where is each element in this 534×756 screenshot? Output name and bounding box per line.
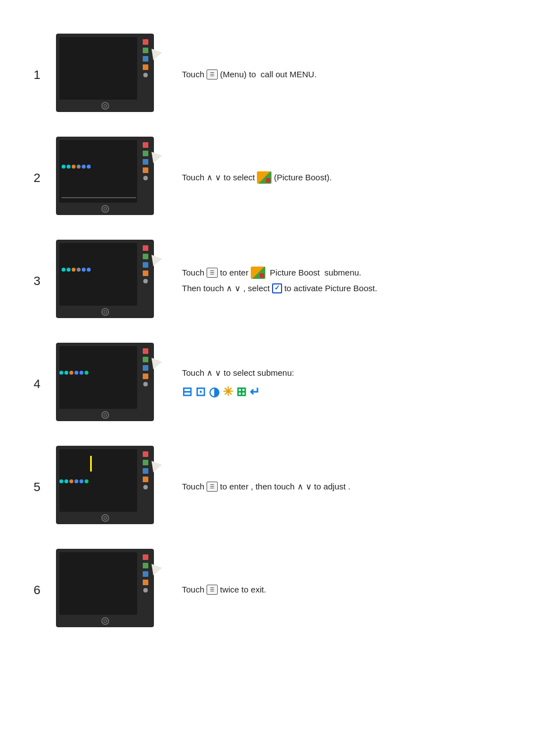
sub-icon-1: ⊟	[182, 382, 192, 402]
check-icon-3: ✓	[272, 283, 282, 293]
step-5-desc: Touch ☰ to enter , then touch ∧ ∨ to adj…	[182, 480, 500, 494]
step-1-number: 1	[34, 68, 56, 82]
step2-text: Touch ∧ ∨ to select	[182, 171, 255, 184]
step-6-monitor	[56, 549, 165, 632]
step-4-monitor	[56, 343, 165, 426]
step3-then-label: Then touch	[182, 282, 224, 295]
page-container: 1 Touch ☰ (Menu) to	[0, 0, 534, 697]
step-4-row: 4	[34, 343, 500, 426]
step-1-row: 1 Touch ☰ (Menu) to	[34, 34, 500, 116]
menu-icon-3: ☰	[207, 268, 218, 278]
step-6-row: 6 Touch ☰ twice to	[34, 549, 500, 632]
sub-icon-2: ⊡	[195, 382, 205, 402]
step-2-monitor	[56, 137, 165, 220]
step-6-number: 6	[34, 583, 56, 598]
step-3-monitor	[56, 240, 165, 323]
step2-text2: (Picture Boost).	[274, 171, 331, 184]
step-2-number: 2	[34, 171, 56, 185]
step-6-desc: Touch ☰ twice to exit.	[182, 583, 500, 598]
picture-boost-icon-3	[251, 267, 265, 279]
step1-text: (Menu) to call out MENU.	[220, 68, 317, 81]
step-2-row: 2	[34, 137, 500, 220]
sub-icon-4: ✳	[223, 382, 233, 402]
step6-touch-label: Touch	[182, 583, 204, 596]
sub-icon-6: ↵	[250, 382, 260, 402]
step-3-row: 3	[34, 240, 500, 323]
step-3-desc: Touch ☰ to enter Picture Boost submenu. …	[182, 266, 500, 296]
step6-text: twice to exit.	[220, 583, 266, 596]
step3-text1: to enter	[220, 266, 249, 279]
menu-icon-6: ☰	[207, 585, 218, 595]
step3-text3: to activate Picture Boost.	[284, 282, 377, 295]
step-3-number: 3	[34, 274, 56, 288]
step-5-number: 5	[34, 480, 56, 494]
step-4-number: 4	[34, 377, 56, 391]
step-4-desc: Touch ∧ ∨ to select submenu: ⊟ ⊡ ◑ ✳ ⊞ ↵	[182, 366, 500, 402]
sub-icon-5: ⊞	[236, 382, 246, 402]
step4-text: Touch ∧ ∨ to select submenu:	[182, 366, 294, 380]
step-5-monitor	[56, 446, 165, 529]
step-1-monitor	[56, 34, 165, 116]
step3-touch-label: Touch	[182, 266, 204, 279]
step1-touch-label: Touch	[182, 68, 204, 81]
step-5-row: 5	[34, 446, 500, 529]
picture-boost-icon-2	[257, 171, 271, 184]
step-1-desc: Touch ☰ (Menu) to call out MENU.	[182, 68, 500, 82]
step-2-desc: Touch ∧ ∨ to select (Picture Boost).	[182, 171, 500, 185]
step5-text: to enter , then touch ∧ ∨ to adjust .	[220, 480, 350, 493]
step5-touch-label: Touch	[182, 480, 204, 493]
step3-arrows: ∧ ∨ , select	[226, 282, 270, 295]
sub-icon-3: ◑	[209, 382, 219, 402]
step3-text2: Picture Boost submenu.	[268, 266, 362, 279]
menu-icon-5: ☰	[207, 482, 218, 492]
menu-icon-1: ☰	[207, 69, 218, 80]
submenu-icons-row: ⊟ ⊡ ◑ ✳ ⊞ ↵	[182, 382, 500, 402]
